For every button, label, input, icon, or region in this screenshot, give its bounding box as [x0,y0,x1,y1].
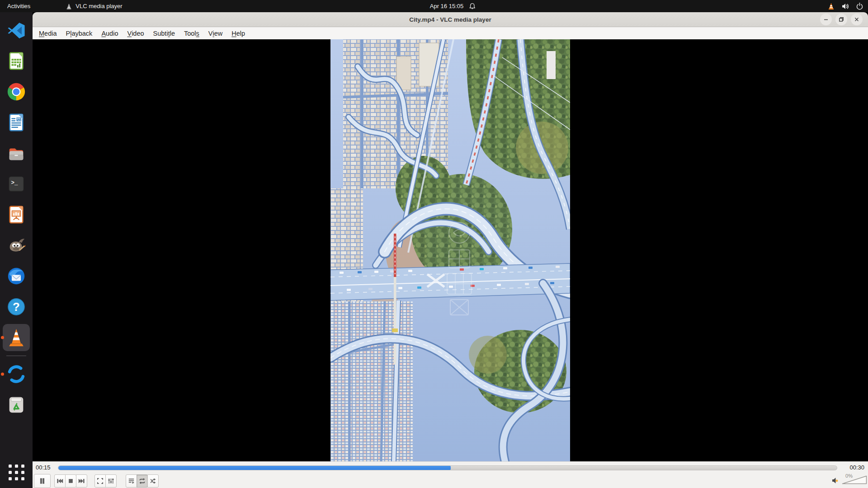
minimize-button[interactable] [820,14,832,25]
next-icon [78,477,85,485]
dock: >_ ? [0,12,33,488]
vlc-cone-mini-icon [66,3,72,10]
total-time: 00:30 [849,464,864,471]
loop-button[interactable] [137,474,148,488]
software-updater-icon [6,364,27,385]
dock-item-software-updater[interactable] [3,361,30,388]
help-icon: ? [6,296,27,317]
libreoffice-writer-icon [6,112,27,133]
chrome-icon [6,81,27,102]
running-indicator [1,373,4,376]
vlc-tray-icon[interactable] [827,2,835,10]
dock-item-trash[interactable] [3,391,30,418]
volume-icon[interactable] [841,3,849,10]
dock-item-vscode[interactable] [3,17,30,44]
close-icon [854,16,860,23]
playlist-icon [127,477,135,485]
dock-item-libreoffice-impress[interactable] [3,201,30,228]
menu-media[interactable]: Media [34,27,61,39]
video-frame [330,39,570,461]
dock-item-files[interactable] [3,140,30,167]
previous-icon [56,477,64,485]
random-button[interactable] [147,474,159,488]
equalizer-icon [107,477,115,485]
focused-app-label: VLC media player [75,3,122,9]
dock-item-thunderbird[interactable] [3,263,30,290]
shuffle-icon [149,477,157,485]
speaker-icon[interactable] [831,477,839,484]
menu-view[interactable]: View [204,27,227,39]
loop-icon [138,477,146,485]
minimize-icon [823,16,829,23]
menu-audio[interactable]: Audio [97,27,123,39]
activities-button[interactable]: Activities [0,0,38,12]
window-title: City.mp4 - VLC media player [409,16,491,23]
window-controls [820,14,863,25]
menu-playback[interactable]: Playback [61,27,97,39]
stop-icon [67,477,75,485]
maximize-button[interactable] [835,14,847,25]
gimp-icon [6,235,27,256]
running-indicator [1,336,4,339]
fullscreen-button[interactable] [94,474,106,488]
gnome-top-bar: Activities VLC media player Apr 16 15:05 [0,0,868,12]
volume-level-label: 0% [845,473,853,479]
vscode-icon [6,20,27,41]
libreoffice-impress-icon [6,204,27,225]
dock-item-vlc[interactable] [3,324,30,351]
libreoffice-calc-icon [6,51,27,71]
extended-settings-button[interactable] [105,474,117,488]
pause-button[interactable] [34,474,51,488]
seek-fill [58,466,451,470]
controls-bar: 00:15 00:30 0% [33,461,868,488]
close-button[interactable] [851,14,863,25]
volume-widget: 0% [831,475,867,484]
thunderbird-icon [6,266,27,286]
menu-help[interactable]: Help [227,27,250,39]
elapsed-time: 00:15 [36,464,51,471]
dock-item-gimp[interactable] [3,232,30,259]
dock-item-libreoffice-calc[interactable] [3,47,30,75]
dock-item-terminal[interactable]: >_ [3,170,30,197]
stop-button[interactable] [65,474,76,488]
menubar: Media Playback Audio Video Subtitle Tool… [33,27,868,39]
svg-text:>_: >_ [11,180,18,186]
dock-item-chrome[interactable] [3,78,30,105]
power-icon[interactable] [856,2,863,10]
clock-label: Apr 16 15:05 [430,3,463,9]
menu-video[interactable]: Video [123,27,148,39]
pause-icon [38,477,46,485]
files-icon [6,143,27,164]
seek-bar[interactable] [58,465,837,470]
menu-subtitle[interactable]: Subtitle [149,27,179,39]
terminal-icon: >_ [6,174,27,194]
next-button[interactable] [76,474,87,488]
show-applications-button[interactable] [6,462,27,483]
transport-controls [34,474,159,488]
previous-button[interactable] [54,474,66,488]
menu-tools[interactable]: Tools [179,27,204,39]
playlist-button[interactable] [126,474,137,488]
system-tray [827,0,863,12]
focused-app-indicator[interactable]: VLC media player [66,3,122,10]
dock-item-help[interactable]: ? [3,293,30,320]
svg-text:?: ? [13,300,20,313]
clock-area[interactable]: Apr 16 15:05 [430,0,476,12]
vlc-icon [6,327,27,348]
notification-bell-icon [469,2,476,10]
vlc-window: City.mp4 - VLC media player Media Playba… [33,12,868,488]
maximize-icon [838,16,844,23]
video-area[interactable] [33,39,868,461]
trash-icon [6,394,27,415]
titlebar[interactable]: City.mp4 - VLC media player [33,12,868,27]
fullscreen-icon [96,477,104,485]
dock-item-libreoffice-writer[interactable] [3,109,30,136]
dock-divider [6,356,26,356]
